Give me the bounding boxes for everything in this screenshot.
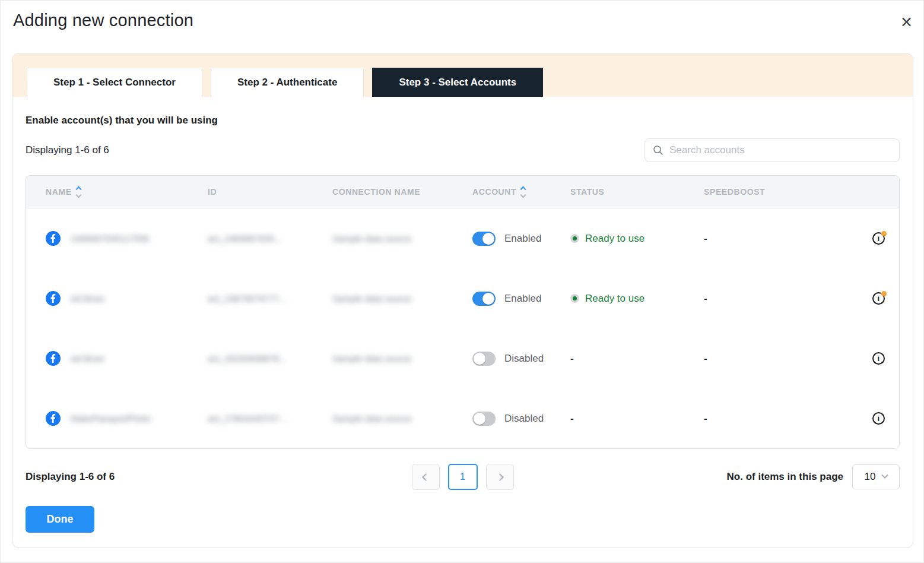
pagination-bar: Displaying 1-6 of 6 1 No. of items in th… bbox=[26, 463, 900, 491]
chevron-left-icon bbox=[422, 473, 430, 481]
section-heading: Enable account(s) that you will be using bbox=[26, 115, 900, 126]
connection-name-redacted: Sample data source bbox=[332, 353, 472, 363]
displaying-count-bottom: Displaying 1-6 of 6 bbox=[26, 471, 115, 483]
table-row: Ad Brow act_23879079777... Sample data s… bbox=[26, 268, 899, 328]
items-per-page-label: No. of items in this page bbox=[727, 471, 843, 483]
items-per-page-group: No. of items in this page 10 bbox=[727, 464, 900, 489]
speedboost-value: - bbox=[704, 353, 852, 365]
status-label: - bbox=[570, 413, 574, 425]
chevron-right-icon bbox=[496, 473, 504, 481]
table-row: 2489997635117556 act_2489997635... Sampl… bbox=[26, 208, 899, 268]
connection-wizard-panel: Step 1 - Select Connector Step 2 - Authe… bbox=[12, 53, 913, 548]
status-cell: - bbox=[570, 413, 704, 425]
connection-name-redacted: Sample data source bbox=[332, 293, 472, 303]
info-icon[interactable]: i bbox=[872, 232, 885, 245]
status-label: Ready to use bbox=[585, 233, 644, 245]
page-title: Adding new connection bbox=[13, 11, 193, 30]
column-header-connection-name: CONNECTION NAME bbox=[332, 187, 472, 197]
speedboost-value: - bbox=[704, 293, 852, 305]
column-header-name[interactable]: NAME bbox=[46, 187, 208, 197]
status-cell: - bbox=[570, 353, 704, 365]
enable-toggle[interactable] bbox=[472, 232, 496, 246]
account-name-cell: Ad Brow bbox=[46, 291, 208, 306]
status-label: - bbox=[570, 353, 574, 365]
displaying-count-top: Displaying 1-6 of 6 bbox=[26, 144, 109, 156]
account-name-redacted: MakePassportPhoto bbox=[71, 413, 151, 423]
search-input[interactable] bbox=[669, 144, 892, 156]
speedboost-value: - bbox=[704, 413, 852, 425]
toggle-state-label: Disabled bbox=[504, 413, 544, 425]
account-toggle-cell: Disabled bbox=[472, 412, 570, 426]
next-page-button[interactable] bbox=[486, 464, 514, 490]
account-name-cell: MakePassportPhoto bbox=[46, 411, 208, 426]
facebook-icon bbox=[46, 231, 61, 246]
enable-toggle[interactable] bbox=[472, 352, 496, 366]
search-icon bbox=[652, 144, 664, 156]
status-label: Ready to use bbox=[585, 293, 644, 305]
close-icon[interactable]: ✕ bbox=[900, 15, 913, 30]
column-header-account[interactable]: ACCOUNT bbox=[472, 187, 570, 197]
toggle-state-label: Enabled bbox=[504, 293, 541, 305]
connection-name-redacted: Sample data source bbox=[332, 233, 472, 243]
tab-step-2-authenticate[interactable]: Step 2 - Authenticate bbox=[211, 68, 364, 97]
account-toggle-cell: Enabled bbox=[472, 292, 570, 306]
sort-icon[interactable] bbox=[77, 187, 81, 197]
chevron-down-icon bbox=[882, 472, 888, 479]
table-header-row: NAME ID CONNECTION NAME ACCOUNT STATUS S… bbox=[26, 176, 899, 208]
info-icon[interactable]: i bbox=[872, 352, 885, 365]
status-dot-icon bbox=[570, 234, 579, 243]
items-per-page-value: 10 bbox=[865, 471, 876, 483]
items-per-page-select[interactable]: 10 bbox=[852, 464, 900, 489]
pager: 1 bbox=[412, 464, 514, 490]
account-name-redacted: 2489997635117556 bbox=[71, 233, 149, 243]
speedboost-value: - bbox=[704, 233, 852, 245]
column-header-status: STATUS bbox=[570, 187, 704, 197]
status-cell: Ready to use bbox=[570, 293, 704, 305]
table-row: Ad Brow act_26330908878... Sample data s… bbox=[26, 328, 899, 388]
wizard-content: Enable account(s) that you will be using… bbox=[12, 115, 913, 533]
account-id-redacted: act_2489997635... bbox=[208, 233, 332, 243]
toolbar: Displaying 1-6 of 6 bbox=[26, 138, 900, 162]
connection-name-redacted: Sample data source bbox=[332, 413, 472, 423]
current-page-button[interactable]: 1 bbox=[448, 464, 478, 490]
account-toggle-cell: Enabled bbox=[472, 232, 570, 246]
account-toggle-cell: Disabled bbox=[472, 352, 570, 366]
account-id-redacted: act_27803430707... bbox=[208, 413, 332, 423]
account-id-redacted: act_23879079777... bbox=[208, 293, 332, 303]
enable-toggle[interactable] bbox=[472, 412, 496, 426]
account-name-redacted: Ad Brow bbox=[71, 353, 104, 363]
facebook-icon bbox=[46, 351, 61, 366]
status-cell: Ready to use bbox=[570, 233, 704, 245]
info-icon[interactable]: i bbox=[872, 292, 885, 305]
sort-icon[interactable] bbox=[521, 187, 525, 197]
column-header-speedboost: SPEEDBOOST bbox=[704, 187, 852, 197]
facebook-icon bbox=[46, 411, 61, 426]
account-name-cell: 2489997635117556 bbox=[46, 231, 208, 246]
account-name-redacted: Ad Brow bbox=[71, 293, 104, 303]
accounts-table: NAME ID CONNECTION NAME ACCOUNT STATUS S… bbox=[26, 175, 900, 449]
status-dot-icon bbox=[570, 294, 579, 303]
search-accounts-box[interactable] bbox=[644, 138, 900, 162]
toggle-state-label: Disabled bbox=[504, 353, 544, 365]
wizard-tab-strip: Step 1 - Select Connector Step 2 - Authe… bbox=[12, 53, 913, 97]
toggle-state-label: Enabled bbox=[504, 233, 541, 245]
info-icon[interactable]: i bbox=[872, 412, 885, 425]
account-id-redacted: act_26330908878... bbox=[208, 353, 332, 363]
enable-toggle[interactable] bbox=[472, 292, 496, 306]
account-name-cell: Ad Brow bbox=[46, 351, 208, 366]
column-header-id: ID bbox=[208, 187, 332, 197]
table-row: MakePassportPhoto act_27803430707... Sam… bbox=[26, 388, 899, 448]
previous-page-button[interactable] bbox=[412, 464, 440, 490]
tab-step-1-select-connector[interactable]: Step 1 - Select Connector bbox=[27, 68, 202, 97]
tab-step-3-select-accounts[interactable]: Step 3 - Select Accounts bbox=[372, 68, 543, 97]
done-button[interactable]: Done bbox=[26, 506, 94, 533]
facebook-icon bbox=[46, 291, 61, 306]
